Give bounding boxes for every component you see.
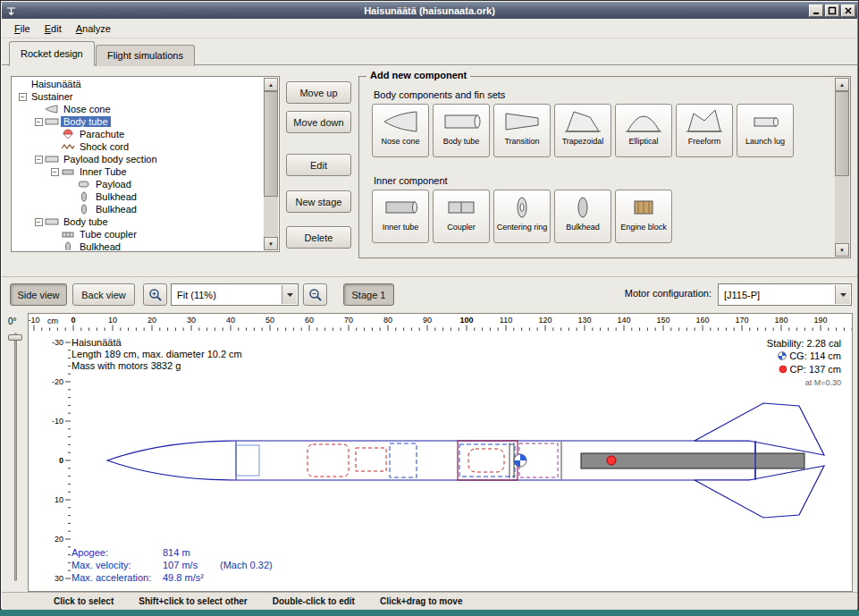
title-bar[interactable]: Haisunäätä (haisunaata.ork) [2,2,857,19]
tree-item-payload-body-section[interactable]: −Payload body section [13,153,264,165]
scroll-up-icon[interactable]: ▲ [835,78,849,91]
tree-item-haisun-t[interactable]: Haisunäätä [13,78,264,90]
add-centering-ring-button[interactable]: Centering ring [493,190,551,243]
tree-item-label: Sustainer [29,91,75,102]
menu-file[interactable]: File [7,21,38,37]
rotation-slider-handle[interactable] [8,334,22,341]
svg-text:60: 60 [305,316,314,325]
chevron-down-icon[interactable] [282,285,297,304]
zoom-value: Fit (11%) [177,290,216,300]
minimize-button[interactable] [809,4,823,17]
add-component-title: Add new component [366,70,470,80]
maximize-button[interactable] [825,4,839,17]
stability-value: Stability: 2.28 cal [767,337,841,350]
tab-flight-simulations[interactable]: Flight simulations [96,45,195,66]
tree-item-inner-tube[interactable]: −Inner Tube [13,165,264,178]
cp-value: CP: 137 cm [790,364,841,375]
svg-text:70: 70 [344,316,353,325]
zoom-out-button[interactable] [303,283,327,306]
tree-collapse-icon[interactable]: − [35,156,43,164]
add-body-tube-button[interactable]: Body tube [433,104,490,157]
tree-item-label: Parachute [77,129,127,139]
scroll-up-icon[interactable]: ▲ [264,78,278,91]
svg-text:140: 140 [617,316,630,325]
app-window: Haisunäätä (haisunaata.ork) FileEditAnal… [0,0,859,610]
tree-scrollbar-thumb[interactable] [264,91,278,197]
add-nose-cone-button[interactable]: Nose cone [372,104,429,157]
zoom-in-button[interactable] [143,283,167,306]
tree-item-label: Inner Tube [77,166,130,177]
move-up-button[interactable]: Move up [286,81,351,104]
motor-configuration-select[interactable]: [J115-P] [718,283,852,306]
chevron-down-icon[interactable] [835,285,850,304]
tree-collapse-icon[interactable]: − [35,218,43,226]
tree-item-label: Body tube [61,216,111,227]
rocket-mass: Mass with motors 3832 g [72,360,242,372]
tab-rocket-design[interactable]: Rocket design [9,41,95,66]
nosecone-icon [45,104,61,114]
add-panel-scrollbar-thumb[interactable] [835,91,849,176]
tree-item-bulkhead[interactable]: Bulkhead [13,203,264,215]
menu-analyze[interactable]: Analyze [69,21,118,37]
side-view-button[interactable]: Side view [10,283,67,306]
window-title: Haisunäätä (haisunaata.ork) [2,5,857,16]
rotation-angle-label: 0° [8,316,17,326]
tree-item-body-tube[interactable]: −Body tube [13,115,264,128]
add-coupler-button[interactable]: Coupler [433,190,490,243]
tree-item-label: Nose cone [61,104,114,114]
tree-collapse-icon[interactable]: − [19,93,27,101]
app-icon [5,4,17,16]
edit-button[interactable]: Edit [286,154,351,176]
motor-configuration-value: [J115-P] [724,290,760,300]
close-button[interactable] [841,4,855,17]
scroll-down-icon[interactable]: ▼ [835,243,849,257]
component-button-label: Coupler [447,223,476,232]
tree-item-bulkhead[interactable]: Bulkhead [13,190,264,203]
move-down-button[interactable]: Move down [286,111,351,133]
add-freeform-button[interactable]: Freeform [676,104,733,157]
add-panel-scrollbar[interactable]: ▲ ▼ [835,78,849,257]
tree-item-parachute[interactable]: Parachute [13,128,264,140]
status-hint: Click+drag to move [380,596,463,606]
add-trapezoidal-button[interactable]: Trapezoidal [554,104,611,157]
svg-text:160: 160 [695,316,709,325]
tree-scrollbar[interactable]: ▲ ▼ [264,78,278,250]
add-elliptical-button[interactable]: Elliptical [615,104,672,157]
body-components-label: Body components and fin sets [374,89,505,100]
add-inner-tube-button[interactable]: Inner tube [372,190,429,243]
rotation-slider-track[interactable] [14,333,17,581]
svg-text:120: 120 [538,316,552,325]
tree-item-label: Shock cord [77,141,131,152]
tree-collapse-icon[interactable]: − [35,118,43,126]
new-stage-button[interactable]: New stage [286,190,351,213]
menu-bar: FileEditAnalyze [2,19,857,38]
tree-collapse-icon[interactable]: − [51,168,59,176]
bulkhead-icon [61,241,77,250]
tree-item-payload[interactable]: Payload [13,178,264,190]
add-engine-block-button[interactable]: Engine block [615,190,672,243]
svg-text:90: 90 [423,316,432,325]
component-button-label: Trapezoidal [562,137,604,146]
component-button-label: Engine block [620,223,667,232]
component-button-label: Freeform [688,137,721,146]
flight-stat-row: Max. velocity:107 m/s(Mach 0.32) [72,559,273,571]
tree-item-sustainer[interactable]: −Sustainer [13,90,264,103]
add-bulkhead-button[interactable]: Bulkhead [554,190,611,243]
stability-info: Stability: 2.28 cal CG: 114 cm CP: 137 c… [767,337,841,389]
scroll-down-icon[interactable]: ▼ [264,237,278,250]
tree-item-shock-cord[interactable]: Shock cord [13,140,264,153]
tree-item-body-tube[interactable]: −Body tube [13,215,264,228]
add-transition-button[interactable]: Transition [493,104,551,157]
zoom-select[interactable]: Fit (11%) [171,283,299,306]
cp-marker [607,456,616,465]
tree-item-bulkhead[interactable]: Bulkhead [13,240,264,250]
stage-1-toggle[interactable]: Stage 1 [343,283,394,306]
tree-item-nose-cone[interactable]: Nose cone [13,103,264,115]
centeringring-icon [501,193,543,222]
tree-item-tube-coupler[interactable]: Tube coupler [13,228,264,240]
delete-button[interactable]: Delete [286,226,351,249]
menu-edit[interactable]: Edit [38,21,69,37]
flight-stat-row: Apogee:814 m [72,546,273,559]
add-launch-lug-button[interactable]: Launch lug [737,104,794,157]
back-view-button[interactable]: Back view [72,283,135,306]
